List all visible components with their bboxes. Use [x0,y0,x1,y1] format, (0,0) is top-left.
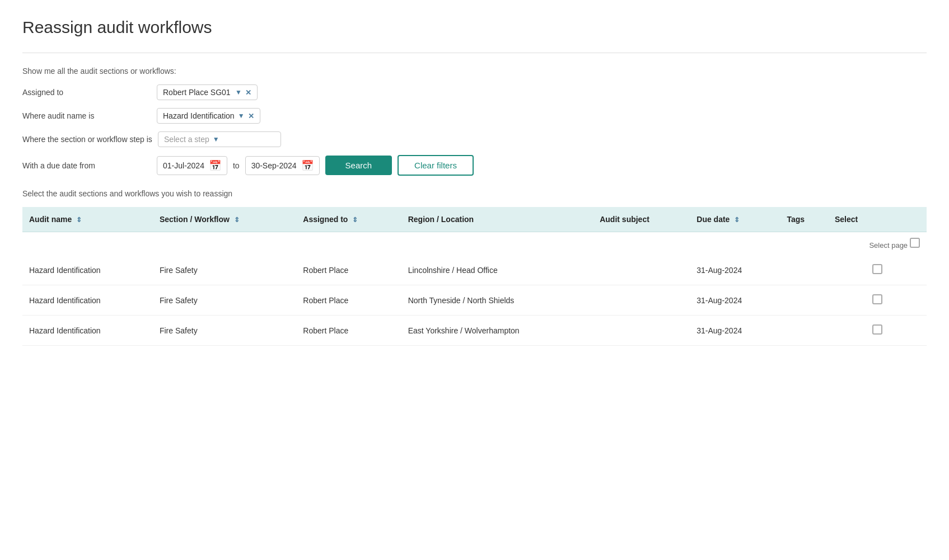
results-table: Audit name ⇕ Section / Workflow ⇕ Assign… [22,207,927,346]
cell-region-location: North Tyneside / North Shields [401,285,593,316]
assigned-to-select[interactable]: Robert Place SG01 ▼ ✕ [157,84,258,100]
audit-name-row: Where audit name is Hazard Identificatio… [22,108,927,124]
due-date-to-calendar-icon: 📅 [301,159,314,172]
cell-assigned-to: Robert Place [296,285,401,316]
filter-intro: Show me all the audit sections or workfl… [22,67,927,76]
audit-name-select[interactable]: Hazard Identification ▼ ✕ [157,108,260,124]
select-page-checkbox[interactable] [910,238,920,248]
table-row: Hazard Identification Fire Safety Robert… [22,255,927,285]
audit-name-arrow-icon: ▼ [238,112,245,120]
cell-audit-subject [593,316,690,346]
due-date-row: With a due date from 01-Jul-2024 📅 to 30… [22,155,927,176]
col-assigned-to[interactable]: Assigned to ⇕ [296,207,401,232]
due-date-sort-icon: ⇕ [734,216,740,224]
due-date-from-value: 01-Jul-2024 [163,161,204,170]
audit-name-value: Hazard Identification [163,111,235,120]
page-title: Reassign audit workflows [22,18,927,37]
cell-tags [780,316,828,346]
cell-due-date: 31-Aug-2024 [690,316,780,346]
assigned-to-row: Assigned to Robert Place SG01 ▼ ✕ [22,84,927,100]
section-workflow-sort-icon: ⇕ [234,216,240,224]
col-region-location: Region / Location [401,207,593,232]
due-date-from-input[interactable]: 01-Jul-2024 📅 [157,156,227,175]
cell-audit-name: Hazard Identification [22,285,153,316]
step-row: Where the section or workflow step is Se… [22,131,927,147]
cell-select[interactable] [828,285,927,316]
cell-due-date: 31-Aug-2024 [690,285,780,316]
step-label: Where the section or workflow step is [22,135,152,144]
cell-tags [780,285,828,316]
title-divider [22,53,927,53]
assigned-to-sort-icon: ⇕ [352,216,358,224]
cell-section-workflow: Fire Safety [153,255,296,285]
clear-filters-button[interactable]: Clear filters [398,155,474,176]
cell-audit-name: Hazard Identification [22,316,153,346]
assigned-to-value: Robert Place SG01 [163,88,232,97]
filter-section: Show me all the audit sections or workfl… [22,67,927,176]
to-label: to [233,161,240,170]
due-date-to-input[interactable]: 30-Sep-2024 📅 [245,156,320,175]
col-due-date[interactable]: Due date ⇕ [690,207,780,232]
select-page-row: Select page [22,232,927,256]
row-checkbox-2[interactable] [872,324,882,335]
row-checkbox-0[interactable] [872,264,882,274]
due-date-to-value: 30-Sep-2024 [251,161,297,170]
cell-assigned-to: Robert Place [296,255,401,285]
col-tags: Tags [780,207,828,232]
step-placeholder: Select a step [164,135,209,144]
cell-audit-subject [593,255,690,285]
cell-select[interactable] [828,316,927,346]
assigned-to-clear-icon[interactable]: ✕ [245,88,251,97]
row-checkbox-1[interactable] [872,294,882,304]
col-select: Select [828,207,927,232]
cell-audit-subject [593,285,690,316]
cell-region-location: Lincolnshire / Head Office [401,255,593,285]
cell-section-workflow: Fire Safety [153,285,296,316]
search-button[interactable]: Search [325,156,392,175]
audit-name-clear-icon[interactable]: ✕ [248,112,254,120]
cell-region-location: East Yorkshire / Wolverhampton [401,316,593,346]
step-select[interactable]: Select a step ▼ [158,131,281,147]
cell-tags [780,255,828,285]
assigned-to-arrow-icon: ▼ [235,88,242,96]
due-date-from-calendar-icon: 📅 [209,159,221,172]
step-arrow-icon: ▼ [213,135,219,143]
table-header-row: Audit name ⇕ Section / Workflow ⇕ Assign… [22,207,927,232]
cell-section-workflow: Fire Safety [153,316,296,346]
results-label: Select the audit sections and workflows … [22,189,927,198]
select-page-label: Select page [869,241,908,250]
cell-due-date: 31-Aug-2024 [690,255,780,285]
audit-name-sort-icon: ⇕ [76,216,82,224]
col-audit-name[interactable]: Audit name ⇕ [22,207,153,232]
cell-assigned-to: Robert Place [296,316,401,346]
table-row: Hazard Identification Fire Safety Robert… [22,316,927,346]
assigned-to-label: Assigned to [22,88,151,97]
table-row: Hazard Identification Fire Safety Robert… [22,285,927,316]
due-date-label: With a due date from [22,161,151,170]
col-section-workflow[interactable]: Section / Workflow ⇕ [153,207,296,232]
cell-select[interactable] [828,255,927,285]
col-audit-subject: Audit subject [593,207,690,232]
audit-name-label: Where audit name is [22,111,151,120]
cell-audit-name: Hazard Identification [22,255,153,285]
results-section: Select the audit sections and workflows … [22,189,927,346]
